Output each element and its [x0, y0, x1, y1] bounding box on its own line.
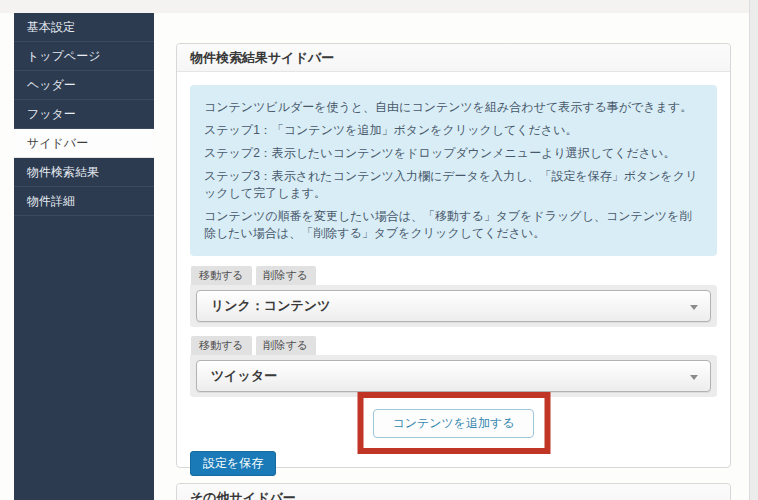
content-block-tabs: 移動する 削除する: [190, 336, 717, 355]
add-content-row: コンテンツを追加する: [190, 397, 717, 449]
content-block: 移動する 削除する ツイッター: [190, 336, 717, 397]
chevron-down-icon: [690, 305, 698, 310]
page-top-strip: [0, 0, 758, 13]
search-result-sidebar-panel: 物件検索結果サイドバー コンテンツビルダーを使うと、自由にコンテンツを組み合わせ…: [176, 43, 731, 468]
move-tab[interactable]: 移動する: [191, 336, 252, 355]
info-line: ステップ2：表示したいコンテンツをドロップダウンメニューより選択してください。: [204, 145, 703, 162]
select-value: リンク：コンテンツ: [211, 297, 330, 315]
sidebar-item-footer[interactable]: フッター: [14, 100, 154, 129]
info-line: ステップ1：「コンテンツを追加」ボタンをクリックしてください。: [204, 122, 703, 139]
content-type-select[interactable]: リンク：コンテンツ: [196, 290, 711, 322]
chevron-down-icon: [690, 375, 698, 380]
sidebar-item-header[interactable]: ヘッダー: [14, 71, 154, 100]
content-block: 移動する 削除する リンク：コンテンツ: [190, 266, 717, 327]
content-block-body: ツイッター: [190, 355, 717, 397]
sidebar-item-search-results[interactable]: 物件検索結果: [14, 158, 154, 187]
select-value: ツイッター: [211, 367, 277, 385]
info-line: ステップ3：表示されたコンテンツ入力欄にデータを入力し、「設定を保存」ボタンをク…: [204, 168, 703, 202]
sidebar-item-sidebar[interactable]: サイドバー: [14, 129, 154, 158]
other-sidebar-panel: その他サイドバー: [176, 483, 731, 500]
add-content-button[interactable]: コンテンツを追加する: [373, 409, 533, 438]
sidebar-item-top-page[interactable]: トップページ: [14, 42, 154, 71]
settings-sidebar: 基本設定 トップページ ヘッダー フッター サイドバー 物件検索結果 物件詳細: [14, 13, 154, 500]
instructions-info-box: コンテンツビルダーを使うと、自由にコンテンツを組み合わせて表示する事ができます。…: [190, 85, 717, 256]
scrollbar[interactable]: [749, 0, 758, 500]
save-row: 設定を保存: [190, 451, 717, 476]
delete-tab[interactable]: 削除する: [256, 266, 317, 285]
content-block-body: リンク：コンテンツ: [190, 285, 717, 327]
save-settings-button[interactable]: 設定を保存: [190, 451, 276, 476]
content-type-select[interactable]: ツイッター: [196, 360, 711, 392]
sidebar-item-basic-settings[interactable]: 基本設定: [14, 13, 154, 42]
content-block-tabs: 移動する 削除する: [190, 266, 717, 285]
panel-title: その他サイドバー: [177, 484, 730, 500]
panel-title: 物件検索結果サイドバー: [177, 44, 730, 72]
info-line: コンテンツの順番を変更したい場合は、「移動する」タブをドラッグし、コンテンツを削…: [204, 208, 703, 242]
delete-tab[interactable]: 削除する: [256, 336, 317, 355]
sidebar-item-property-detail[interactable]: 物件詳細: [14, 187, 154, 216]
info-line: コンテンツビルダーを使うと、自由にコンテンツを組み合わせて表示する事ができます。: [204, 99, 703, 116]
move-tab[interactable]: 移動する: [191, 266, 252, 285]
panel-body: コンテンツビルダーを使うと、自由にコンテンツを組み合わせて表示する事ができます。…: [177, 72, 730, 492]
